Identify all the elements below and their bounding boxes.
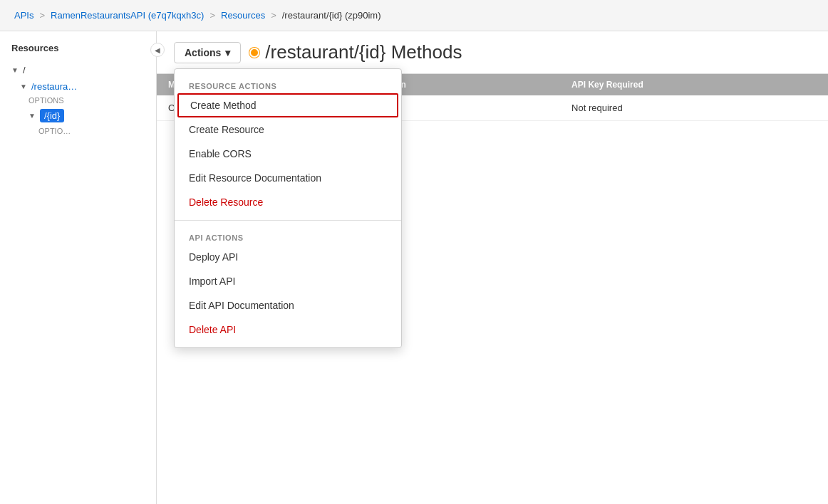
delete-resource-label: Delete Resource <box>189 196 263 208</box>
tree-item-options1[interactable]: OPTIONS <box>0 95 156 106</box>
api-actions-label: API ACTIONS <box>175 226 401 245</box>
breadcrumb-sep-1: > <box>39 10 45 21</box>
cell-api-key: Not required <box>560 95 828 121</box>
dropdown-item-delete-resource[interactable]: Delete Resource <box>175 190 401 214</box>
create-resource-label: Create Resource <box>189 124 264 135</box>
tree-item-id[interactable]: ▼ /{id} <box>0 106 156 125</box>
breadcrumb-resources[interactable]: Resources <box>221 10 265 21</box>
tree-label-restaura: /restaura… <box>31 81 77 92</box>
breadcrumb: APIs > RamenRestaurantsAPI (e7q7kqxh3c) … <box>0 0 828 31</box>
resource-actions-label: RESOURCE ACTIONS <box>175 75 401 93</box>
chevron-down-icon: ▼ <box>20 83 29 90</box>
create-method-label: Create Method <box>190 100 257 111</box>
dropdown-item-create-resource[interactable]: Create Resource <box>175 117 401 142</box>
breadcrumb-sep-2: > <box>209 10 215 21</box>
sidebar-collapse-button[interactable]: ◀ <box>150 43 165 57</box>
dropdown-divider <box>175 220 401 221</box>
chevron-down-icon: ▼ <box>29 112 37 120</box>
content-header: Actions ▾ /restaurant/{id} Methods RESOU… <box>157 31 828 74</box>
dropdown-item-create-method[interactable]: Create Method <box>177 93 398 117</box>
dropdown-item-edit-api-doc[interactable]: Edit API Documentation <box>175 293 401 317</box>
sidebar: Resources ◀ ▼ / ▼ /restaura… OPTIONS ▼ /… <box>0 31 157 504</box>
status-dot-icon <box>249 48 259 58</box>
delete-api-label: Delete API <box>189 324 236 335</box>
import-api-label: Import API <box>189 275 235 287</box>
enable-cors-label: Enable CORS <box>189 148 252 159</box>
breadcrumb-sep-3: > <box>271 10 276 21</box>
page-title: /restaurant/{id} Methods <box>249 41 462 63</box>
tree-label-id: /{id} <box>40 109 64 122</box>
page-title-text: /restaurant/{id} Methods <box>265 41 462 63</box>
tree-item-options2[interactable]: OPTIO… <box>0 125 156 137</box>
dropdown-item-enable-cors[interactable]: Enable CORS <box>175 142 401 166</box>
dropdown-item-import-api[interactable]: Import API <box>175 269 401 293</box>
tree-item-restaura[interactable]: ▼ /restaura… <box>0 78 156 95</box>
tree-item-root[interactable]: ▼ / <box>0 62 156 78</box>
tree-label-root: / <box>23 65 26 75</box>
breadcrumb-api-name[interactable]: RamenRestaurantsAPI (e7q7kqxh3c) <box>51 10 204 21</box>
edit-resource-doc-label: Edit Resource Documentation <box>189 172 321 184</box>
dropdown-item-edit-resource-doc[interactable]: Edit Resource Documentation <box>175 166 401 190</box>
breadcrumb-current: /restaurant/{id} (zp90im) <box>282 10 381 21</box>
content-area: Actions ▾ /restaurant/{id} Methods RESOU… <box>157 31 828 504</box>
dropdown-arrow-icon: ▾ <box>225 47 230 58</box>
actions-button[interactable]: Actions ▾ <box>174 42 241 63</box>
actions-dropdown-menu: RESOURCE ACTIONS Create Method Create Re… <box>174 68 402 348</box>
main-layout: Resources ◀ ▼ / ▼ /restaura… OPTIONS ▼ /… <box>0 31 828 504</box>
dropdown-item-delete-api[interactable]: Delete API <box>175 317 401 342</box>
dropdown-item-deploy-api[interactable]: Deploy API <box>175 245 401 269</box>
col-api-key: API Key Required <box>560 74 828 95</box>
actions-button-label: Actions <box>185 47 221 58</box>
sidebar-title: Resources <box>0 43 156 62</box>
chevron-down-icon: ▼ <box>11 66 20 74</box>
edit-api-doc-label: Edit API Documentation <box>189 300 294 311</box>
breadcrumb-apis[interactable]: APIs <box>14 10 33 21</box>
deploy-api-label: Deploy API <box>189 251 238 263</box>
